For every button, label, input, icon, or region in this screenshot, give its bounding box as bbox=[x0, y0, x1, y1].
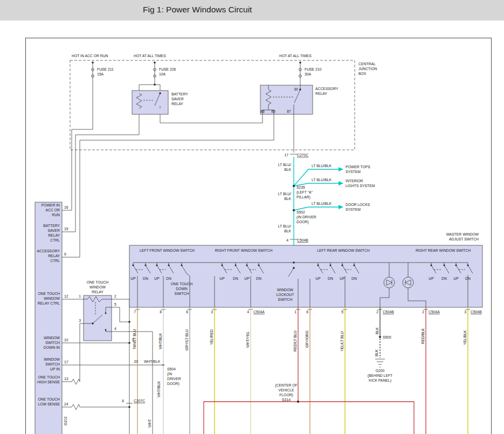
svg-text:DN: DN bbox=[143, 277, 148, 280]
svg-text:LT BLU/: LT BLU/ bbox=[278, 224, 291, 228]
diagram-page: Fig 1: Power Windows Circuit CENTRAL JUN… bbox=[0, 0, 504, 434]
svg-text:LEFT FRONT WINDOW SWITCH: LEFT FRONT WINDOW SWITCH bbox=[140, 249, 195, 252]
pin-86: 86 bbox=[260, 109, 265, 113]
feed-label-2: HOT AT ALL TIMES bbox=[134, 54, 166, 58]
svg-text:RED/BLK: RED/BLK bbox=[421, 328, 425, 344]
svg-text:DN: DN bbox=[328, 277, 333, 280]
svg-text:CTRL: CTRL bbox=[50, 259, 60, 263]
svg-text:DOOR): DOOR) bbox=[167, 382, 179, 386]
svg-text:3: 3 bbox=[79, 319, 81, 322]
svg-text:6: 6 bbox=[186, 310, 188, 314]
resistor-symbol bbox=[72, 379, 80, 384]
svg-text:SAVER: SAVER bbox=[171, 97, 184, 101]
tick-pin-5: 5 bbox=[132, 338, 134, 342]
pin-87: 87 bbox=[287, 109, 291, 113]
svg-text:UP: UP bbox=[429, 277, 434, 280]
wire-color-labels: TAN/LT BLU WHT/BLK GRY/LT BLU YEL/RED WH… bbox=[133, 327, 467, 352]
svg-text:30A: 30A bbox=[305, 72, 312, 76]
svg-text:LOCKOUT: LOCKOUT bbox=[277, 293, 294, 297]
svg-text:ACC OR: ACC OR bbox=[46, 208, 60, 212]
svg-text:1: 1 bbox=[79, 294, 81, 298]
svg-text:ONE TOUCH: ONE TOUCH bbox=[38, 292, 60, 295]
svg-text:RELAY: RELAY bbox=[48, 233, 60, 237]
svg-text:RELAY: RELAY bbox=[315, 92, 327, 95]
svg-text:SWITCH: SWITCH bbox=[45, 362, 60, 366]
svg-text:5: 5 bbox=[341, 310, 343, 314]
ground-icon bbox=[375, 359, 385, 367]
svg-text:FLOOR): FLOOR) bbox=[279, 393, 293, 397]
svg-text:WHT/BLK: WHT/BLK bbox=[158, 333, 162, 349]
svg-text:WHT: WHT bbox=[148, 419, 151, 428]
svg-text:YEL/BLK: YEL/BLK bbox=[463, 330, 467, 345]
svg-text:HIGH SENSE: HIGH SENSE bbox=[37, 380, 60, 384]
svg-text:BLK: BLK bbox=[375, 349, 378, 356]
svg-text:24: 24 bbox=[64, 402, 68, 406]
feed-label-1: HOT IN ACC OR RUN bbox=[72, 54, 108, 58]
arrow-right-icon bbox=[339, 167, 343, 171]
svg-text:BLK: BLK bbox=[284, 229, 291, 233]
ground-g202: G202 bbox=[64, 416, 67, 425]
diagram-frame bbox=[26, 38, 492, 434]
connector-c270c: C270C bbox=[297, 153, 308, 157]
svg-text:DN: DN bbox=[351, 277, 357, 280]
output-pin-labels: 7 8 6 3 4 1 6 5 2 2 3 C504A C504B C504A … bbox=[134, 310, 482, 314]
svg-text:G200: G200 bbox=[376, 369, 385, 373]
svg-text:2: 2 bbox=[376, 310, 378, 314]
svg-text:19: 19 bbox=[64, 227, 68, 231]
svg-text:LT BLU/BLK: LT BLU/BLK bbox=[312, 164, 332, 168]
c270c-pin: 17 bbox=[284, 153, 288, 157]
c207c-pin: 6 bbox=[122, 399, 124, 403]
svg-text:(IN: (IN bbox=[167, 372, 172, 376]
central-junction-box-label: CENTRAL JUNCTION BOX bbox=[358, 62, 377, 75]
svg-text:S504: S504 bbox=[167, 367, 176, 371]
svg-text:DOWN: DOWN bbox=[176, 287, 188, 291]
svg-text:RIGHT REAR WINDOW SWITCH: RIGHT REAR WINDOW SWITCH bbox=[416, 249, 471, 252]
svg-text:DN: DN bbox=[256, 277, 261, 280]
pin-85: 85 bbox=[271, 109, 275, 113]
svg-text:POWER IN: POWER IN bbox=[42, 203, 60, 207]
svg-text:LOW SENSE: LOW SENSE bbox=[38, 402, 60, 406]
feed-label-3: HOT AT ALL TIMES bbox=[279, 54, 312, 58]
svg-text:BATTERY: BATTERY bbox=[43, 224, 60, 228]
svg-text:WINDOW: WINDOW bbox=[44, 297, 60, 300]
trunk-wire: 17 C270C LT BLU/BLK LT BLU/BLK POWER TOP… bbox=[278, 114, 375, 268]
svg-text:ONE TOUCH: ONE TOUCH bbox=[87, 280, 109, 284]
svg-text:S235: S235 bbox=[296, 185, 305, 189]
svg-text:15A: 15A bbox=[97, 72, 104, 76]
svg-text:POWER TOPS: POWER TOPS bbox=[346, 165, 370, 169]
connector-c504a: C504A bbox=[429, 310, 440, 314]
svg-text:DOWN IN: DOWN IN bbox=[44, 346, 60, 349]
svg-text:BLK: BLK bbox=[284, 168, 291, 171]
connector-c504a: C504A bbox=[253, 310, 265, 314]
svg-text:FUSE 226: FUSE 226 bbox=[159, 67, 176, 71]
svg-text:UP IN: UP IN bbox=[50, 367, 60, 371]
svg-text:3: 3 bbox=[464, 310, 466, 314]
svg-text:WHT/BLK: WHT/BLK bbox=[157, 381, 161, 397]
svg-text:LT BLU/: LT BLU/ bbox=[278, 163, 291, 167]
svg-text:RELAY: RELAY bbox=[171, 102, 183, 106]
svg-text:DOOR): DOOR) bbox=[296, 220, 309, 224]
svg-text:CENTRAL: CENTRAL bbox=[358, 62, 376, 66]
svg-text:MASTER WINDOW: MASTER WINDOW bbox=[446, 232, 479, 236]
svg-text:UP: UP bbox=[130, 277, 136, 280]
svg-text:9: 9 bbox=[64, 252, 66, 256]
svg-text:ONE TOUCH: ONE TOUCH bbox=[38, 375, 60, 379]
svg-text:LEFT REAR WINDOW SWITCH: LEFT REAR WINDOW SWITCH bbox=[317, 249, 370, 252]
svg-text:WINDOW: WINDOW bbox=[277, 288, 293, 292]
arrow-right-icon bbox=[339, 205, 343, 209]
svg-text:UP: UP bbox=[453, 277, 459, 280]
svg-text:13: 13 bbox=[64, 377, 68, 381]
svg-text:WHT/YEL: WHT/YEL bbox=[246, 332, 250, 348]
master-window-adjust-switch: MASTER WINDOW ADJUST SWITCH LEFT FRONT W… bbox=[129, 232, 482, 307]
svg-text:DN: DN bbox=[233, 277, 238, 280]
door-harness-labels: 5 6 C207C 20 WHT/BLK WHT/BLK WHT S504 (I… bbox=[122, 338, 181, 428]
svg-text:FUSE 210: FUSE 210 bbox=[305, 67, 322, 71]
svg-text:BLK: BLK bbox=[375, 327, 379, 334]
svg-text:SWITCH: SWITCH bbox=[175, 292, 189, 295]
svg-text:WHT/BLK: WHT/BLK bbox=[144, 360, 161, 363]
svg-text:2: 2 bbox=[114, 294, 116, 298]
svg-text:SYSTEM: SYSTEM bbox=[346, 170, 361, 174]
svg-text:DN: DN bbox=[166, 277, 171, 280]
svg-text:DN: DN bbox=[441, 277, 447, 280]
svg-text:ONE TOUCH: ONE TOUCH bbox=[38, 397, 60, 401]
